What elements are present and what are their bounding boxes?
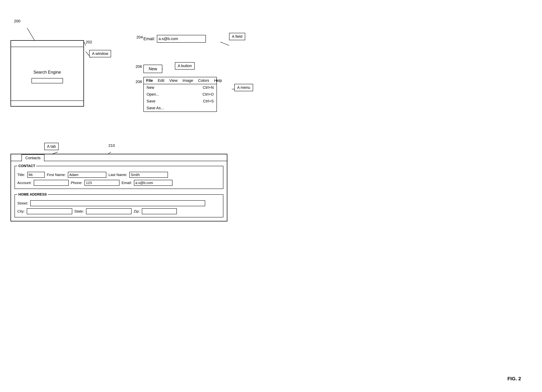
callout-a-menu: A menu <box>234 84 253 91</box>
ref-210: 210 <box>108 143 115 148</box>
address-row-2: City: State: Zip: <box>17 208 221 214</box>
last-name-label: Last Name: <box>108 173 127 177</box>
ref-200: 200 <box>14 19 21 23</box>
callout-a-tab: A tab <box>44 143 59 150</box>
new-button[interactable]: New <box>143 65 162 73</box>
menu-item-open-label: Open... <box>146 92 159 97</box>
menu-bar-colors[interactable]: Colors <box>195 77 212 84</box>
address-row-1: Street: <box>17 200 221 206</box>
state-label: State: <box>74 209 84 213</box>
search-bar[interactable] <box>32 78 63 83</box>
menu-item-save-as-label: Save As... <box>146 106 164 110</box>
menu-item-new[interactable]: New Ctrl+N <box>144 84 217 91</box>
field-email-label: Email: <box>143 36 155 41</box>
contact-fieldset: CONTACT Title: First Name: Last Name: Ac… <box>15 164 223 189</box>
callout-a-button: A button <box>175 62 195 69</box>
city-input[interactable] <box>27 208 72 214</box>
account-label: Account: <box>17 181 32 185</box>
first-name-input[interactable] <box>68 172 106 178</box>
search-engine-label: Search Engine <box>33 70 61 75</box>
tab-bar: Contacts <box>11 154 227 161</box>
menu-item-open-shortcut: Ctrl+O <box>202 92 214 97</box>
menu-bar-help[interactable]: Help <box>212 77 224 84</box>
zip-label: Zip: <box>134 209 140 213</box>
window-content: Search Engine <box>11 47 83 106</box>
phone-input[interactable] <box>84 180 119 186</box>
home-address-legend: HOME ADDRESS <box>17 192 48 196</box>
menu-item-save-label: Save <box>146 99 155 103</box>
phone-label: Phone: <box>71 181 82 185</box>
menu-bar-edit[interactable]: Edit <box>155 77 167 84</box>
ref-208: 208 <box>136 79 142 84</box>
menu-bar-file[interactable]: File <box>144 77 155 84</box>
svg-line-4 <box>220 42 229 45</box>
svg-line-0 <box>27 28 35 41</box>
ref-204: 204 <box>136 35 143 39</box>
menu-item-open[interactable]: Open... Ctrl+O <box>144 91 217 98</box>
contact-row-2: Account: Phone: Email: <box>17 180 221 186</box>
menu-bar: File Edit View Image Colors Help <box>144 77 217 84</box>
city-label: City: <box>17 209 25 213</box>
street-input[interactable] <box>30 200 205 206</box>
menu-bar-image[interactable]: Image <box>180 77 195 84</box>
figure-label: FIG. 2 <box>507 376 521 381</box>
menu-item-new-label: New <box>146 85 154 90</box>
menu-bar-view[interactable]: View <box>167 77 180 84</box>
menu-item-save-shortcut: Ctrl+S <box>203 99 214 103</box>
ref-202: 202 <box>86 40 92 44</box>
callout-a-field: A field <box>229 33 245 40</box>
last-name-input[interactable] <box>130 172 168 178</box>
account-input[interactable] <box>34 180 69 186</box>
menu-208: File Edit View Image Colors Help New Ctr… <box>143 77 217 112</box>
menu-item-save[interactable]: Save Ctrl+S <box>144 98 217 105</box>
title-label: Title: <box>17 173 25 177</box>
tab-contacts[interactable]: Contacts <box>22 154 44 161</box>
first-name-label: First Name: <box>47 173 66 177</box>
menu-item-new-shortcut: Ctrl+N <box>203 85 214 90</box>
contact-row-1: Title: First Name: Last Name: <box>17 172 221 178</box>
window-title-bar <box>11 41 83 47</box>
contact-email-label: Email: <box>122 181 132 185</box>
svg-line-1 <box>84 42 86 45</box>
contact-legend: CONTACT <box>17 164 36 168</box>
form-210: Contacts A tab CONTACT Title: First Name… <box>11 154 227 222</box>
window-202: Search Engine <box>11 40 84 107</box>
callout-a-window: A window <box>89 50 111 57</box>
home-address-fieldset: HOME ADDRESS Street: City: State: Zip: <box>15 192 223 217</box>
field-204-container: Email: a.s@b.com <box>143 35 206 43</box>
title-input[interactable] <box>27 172 45 178</box>
contact-email-input[interactable] <box>134 180 173 186</box>
menu-item-save-as[interactable]: Save As... <box>144 105 217 111</box>
window-status-bar <box>11 101 83 106</box>
form-body: CONTACT Title: First Name: Last Name: Ac… <box>11 161 227 221</box>
state-input[interactable] <box>86 208 131 214</box>
ref-206: 206 <box>136 64 142 69</box>
field-email-input[interactable]: a.s@b.com <box>157 35 206 43</box>
zip-input[interactable] <box>142 208 177 214</box>
button-206-container: New <box>143 65 162 73</box>
street-label: Street: <box>17 201 28 205</box>
